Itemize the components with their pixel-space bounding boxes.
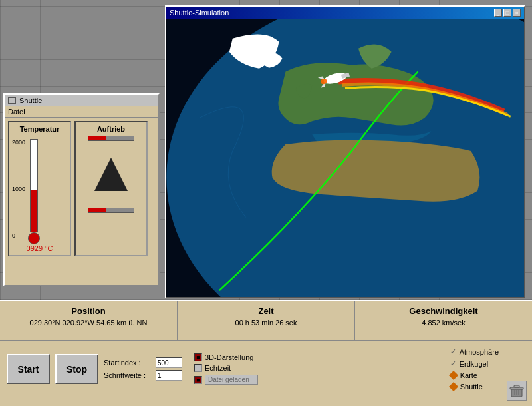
sim-title: Shuttle-Simulation <box>170 9 229 17</box>
thrust-scale-top <box>88 136 134 141</box>
startindex-input[interactable] <box>156 357 182 368</box>
sim-titlebar: Shuttle-Simulation _ □ × <box>166 7 524 19</box>
shuttle-menu[interactable]: Datei <box>5 106 158 118</box>
recycle-icon[interactable] <box>507 381 527 401</box>
params-box: Startindex : Schrittweite : <box>104 357 182 381</box>
sim-titlebar-buttons: _ □ × <box>494 9 521 17</box>
info-bar: Position 029.30°N 020.92°W 54.65 km ü. N… <box>0 300 532 406</box>
zeit-value: 00 h 53 min 26 sek <box>183 319 349 327</box>
karte-diamond-icon <box>449 371 458 380</box>
maximize-button[interactable]: □ <box>503 9 511 17</box>
echtzeit-label: Echtzeit <box>205 364 231 372</box>
echtzeit-checkbox-row: Echtzeit <box>194 364 258 372</box>
minimize-button[interactable]: _ <box>494 9 502 17</box>
thrust-arrow <box>94 158 128 191</box>
middle-checkboxes: ■ 3D-Darstellung Echtzeit ■ Datei gelade… <box>194 353 258 385</box>
stop-button[interactable]: Stop <box>55 354 98 384</box>
geschwindigkeit-title: Geschwindigkeit <box>360 306 527 316</box>
start-button[interactable]: Start <box>7 354 50 384</box>
position-section: Position 029.30°N 020.92°W 54.65 km ü. N… <box>0 301 178 340</box>
temp-labels: 2000 1000 0 <box>12 136 25 242</box>
temp-scale: 2000 1000 0 <box>12 136 67 242</box>
zeit-section: Zeit 00 h 53 min 26 sek <box>178 301 355 340</box>
temp-label-2000: 2000 <box>12 139 25 146</box>
right-checkboxes: ✓ Atmosphäre ✓ Erdkugel Karte Shuttle <box>450 347 499 391</box>
startindex-label: Startindex : <box>104 359 154 367</box>
darstellung-label: 3D-Darstellung <box>205 353 253 361</box>
thermometer-fill <box>31 190 37 232</box>
datei-status: Datei geladen <box>205 375 258 385</box>
karte-row: Karte <box>450 371 499 379</box>
temp-value: 0929 °C <box>12 244 67 252</box>
thermometer <box>27 136 41 242</box>
temp-label-1000: 1000 <box>12 186 25 192</box>
datei-checkbox-row: ■ Datei geladen <box>194 375 258 385</box>
schrittweite-row: Schrittweite : <box>104 370 182 381</box>
schrittweite-input[interactable] <box>156 370 182 381</box>
close-button[interactable]: × <box>513 9 521 17</box>
atmosphaere-row: ✓ Atmosphäre <box>450 347 499 356</box>
thermometer-track <box>30 139 38 232</box>
position-value: 029.30°N 020.92°W 54.65 km ü. NN <box>5 319 172 327</box>
gauges-area: Temperatur 2000 1000 0 0929 °C Auftrieb <box>5 118 158 260</box>
position-title: Position <box>5 306 172 316</box>
thermometer-bulb <box>28 232 40 244</box>
shuttle-label: Shuttle <box>460 383 483 391</box>
schrittweite-label: Schrittweite : <box>104 371 154 379</box>
geschwindigkeit-section: Geschwindigkeit 4.852 km/sek <box>355 301 532 340</box>
atmosphaere-label: Atmosphäre <box>460 348 499 356</box>
shuttle-panel-titlebar: Shuttle <box>5 95 158 106</box>
temp-label-0: 0 <box>12 232 25 239</box>
earth-visualization <box>166 19 524 297</box>
startindex-row: Startindex : <box>104 357 182 368</box>
thrust-scale-bottom <box>88 208 134 213</box>
panel-title-icon <box>8 97 16 104</box>
shuttle-panel-title: Shuttle <box>19 97 42 104</box>
erdkugel-check-icon: ✓ <box>450 359 456 368</box>
echtzeit-checkbox[interactable] <box>194 364 202 372</box>
temperature-gauge: Temperatur 2000 1000 0 0929 °C <box>8 121 71 256</box>
erdkugel-label: Erdkugel <box>460 360 488 368</box>
controls-row: Start Stop Startindex : Schrittweite : ■… <box>0 344 532 394</box>
datei-menu-item[interactable]: Datei <box>8 108 25 116</box>
svg-rect-9 <box>514 385 519 387</box>
shuttle-panel: Shuttle Datei Temperatur 2000 1000 0 <box>3 93 160 286</box>
geschwindigkeit-value: 4.852 km/sek <box>360 319 527 327</box>
karte-label: Karte <box>460 371 477 379</box>
atmosphaere-check-icon: ✓ <box>450 347 456 356</box>
thrust-gauge-title: Auftrieb <box>97 125 125 133</box>
temp-gauge-title: Temperatur <box>12 125 67 133</box>
shuttle-diamond-icon <box>449 382 458 391</box>
darstellung-checkbox-row: ■ 3D-Darstellung <box>194 353 258 361</box>
sim-viewport <box>166 19 524 297</box>
simulation-window: Shuttle-Simulation _ □ × <box>165 5 525 298</box>
thrust-gauge: Auftrieb <box>74 121 148 256</box>
recycle-svg <box>509 383 524 398</box>
shuttle-check-row: Shuttle <box>450 383 499 391</box>
erdkugel-row: ✓ Erdkugel <box>450 359 499 368</box>
zeit-title: Zeit <box>183 306 349 316</box>
datei-checkbox[interactable]: ■ <box>194 376 202 384</box>
darstellung-checkbox[interactable]: ■ <box>194 353 202 361</box>
